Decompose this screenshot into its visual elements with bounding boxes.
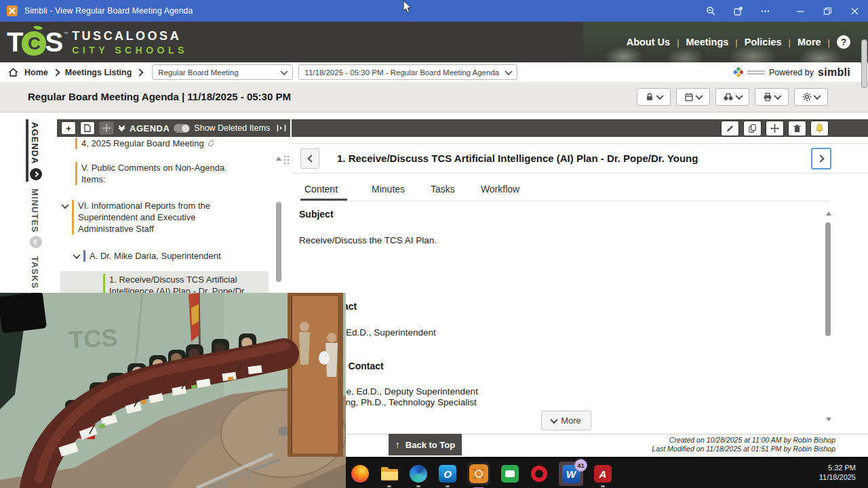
delete-button[interactable] [788,121,806,136]
opera-icon[interactable] [530,464,549,483]
settings-button[interactable] [794,88,828,106]
breadcrumb-home[interactable]: Home [24,68,48,77]
window-controls [697,0,868,22]
agenda-item[interactable]: V. Public Comments on Non-Agenda Items: [75,162,233,185]
page-toolbar [637,88,828,106]
chevron-down-icon [774,92,781,100]
arrow-up-icon: ↑ [395,439,400,450]
outlook-icon[interactable]: O [438,464,457,483]
notification-button[interactable] [810,121,829,136]
running-indicator [387,485,391,487]
nav-policies[interactable]: Policies [745,37,782,47]
more-button[interactable]: More [541,411,591,430]
meeting-select[interactable]: Regular Board Meeting [152,64,293,80]
active-tab-indicator [26,119,28,182]
agenda-item[interactable]: 4, 2025 Regular Board Meeting [75,138,238,149]
firefox-icon[interactable] [351,464,370,483]
tab-content[interactable]: Content [300,181,347,201]
tab-workflow[interactable]: Workflow [479,181,521,201]
nav-meetings[interactable]: Meetings [686,37,729,47]
logo-letter-s: S [45,26,62,58]
gear-icon [802,92,812,102]
search-button[interactable] [715,88,749,106]
chevron-right-icon [136,68,144,76]
nav-separator: | [828,37,830,47]
agenda-scrollbar-thumb[interactable] [276,202,281,282]
chevron-down-icon[interactable] [73,251,80,259]
expand-all-icon[interactable] [119,126,124,130]
scroll-up-arrow[interactable] [826,211,831,216]
agenda-item[interactable]: A. Dr. Mike Daria, Superintendent [74,250,257,262]
move-item-button[interactable] [99,121,114,135]
collapse-panel-icon[interactable] [277,124,286,132]
edge-icon[interactable] [409,464,428,483]
item-color-bar [75,162,77,185]
agenda-expand-icon[interactable] [30,168,42,180]
open-in-window-icon[interactable] [724,0,751,22]
file-explorer-icon[interactable] [380,464,399,483]
tcs-logo[interactable]: T C S ™ TUSCALOOSA CITY SCHOOLS [7,26,188,58]
powered-by-simbli[interactable]: Powered by simbli [733,66,850,79]
binoculars-icon [723,92,734,102]
agenda-select[interactable]: 11/18/2025 - 05:30 PM - Regular Board Me… [298,64,517,80]
logo-letter-t: T [7,26,22,58]
apple-icon: C [22,31,46,56]
nav-more[interactable]: More [797,37,821,47]
side-tab-agenda[interactable]: AGENDA [30,122,40,164]
page-header: Regular Board Meeting Agenda | 11/18/202… [0,82,868,113]
staff-line2-fragment: ung, Ph.D., Technology Specialist [340,397,477,407]
item-title: 1. Receive/Discuss TCS Artificial Intell… [337,152,698,164]
zoom-out-icon[interactable] [697,0,724,22]
tab-minutes[interactable]: Minutes [370,181,406,201]
word-icon[interactable]: W 41 [559,462,583,486]
minutes-expand-icon[interactable] [30,236,42,248]
scroll-up-arrow[interactable] [276,157,281,161]
nav-about-us[interactable]: About Us [627,37,670,47]
agenda-panel-header: + AGENDA Show Deleted Items [57,119,290,137]
chevron-down-icon[interactable] [61,201,68,209]
meeting-video[interactable]: TCS [0,293,346,488]
acrobat-icon[interactable]: A [593,464,612,483]
restore-button[interactable] [814,0,841,22]
move-button[interactable] [766,121,784,136]
print-button[interactable] [755,88,789,106]
copy-button[interactable] [743,121,762,136]
taskbar-clock[interactable]: 5:32 PM 11/18/2025 [819,463,856,482]
scroll-down-arrow[interactable] [826,418,831,422]
minimize-button[interactable] [787,0,814,22]
window-title: Simbli - View Regular Board Meeting Agen… [24,6,193,16]
lock-button[interactable] [637,88,671,106]
close-button[interactable] [841,0,868,22]
more-menu-icon[interactable] [751,0,778,22]
printer-icon [763,92,772,102]
chat-app-icon[interactable] [500,464,519,483]
back-to-top-button[interactable]: ↑ Back to Top [389,434,462,455]
document-icon [84,124,91,132]
previous-item-button[interactable] [300,148,319,169]
item-color-bar [83,250,85,262]
subject-heading: Subject [299,209,334,220]
show-deleted-toggle[interactable] [174,124,190,133]
site-header: T C S ™ TUSCALOOSA CITY SCHOOLS About Us… [0,22,868,62]
chevron-down-icon [735,92,743,100]
footer-divider [292,434,868,434]
tab-tasks[interactable]: Tasks [429,181,456,201]
item-title-row: 1. Receive/Discuss TCS Artificial Intell… [292,143,868,174]
page-scrollbar-thumb[interactable] [861,39,867,88]
breadcrumb-meetings-listing[interactable]: Meetings Listing [65,68,132,77]
add-item-button[interactable]: + [61,121,76,135]
next-item-button[interactable] [811,148,831,169]
meeting-select-value: Regular Board Meeting [158,68,238,77]
content-scrollbar-thumb[interactable] [825,222,831,336]
help-icon[interactable]: ? [837,35,850,49]
agenda-item[interactable]: VI. Informational Reports from the Super… [62,200,236,235]
edit-button[interactable] [721,121,739,136]
calendar-button[interactable] [676,88,710,106]
drag-handle-icon[interactable] [283,155,290,165]
side-tab-tasks[interactable]: TASKS [30,256,40,289]
side-tab-minutes[interactable]: MINUTES [30,188,40,233]
home-icon[interactable] [8,67,18,77]
simbli-taskbar-icon[interactable] [467,462,490,485]
document-button[interactable] [80,121,95,135]
move-icon [102,124,111,132]
